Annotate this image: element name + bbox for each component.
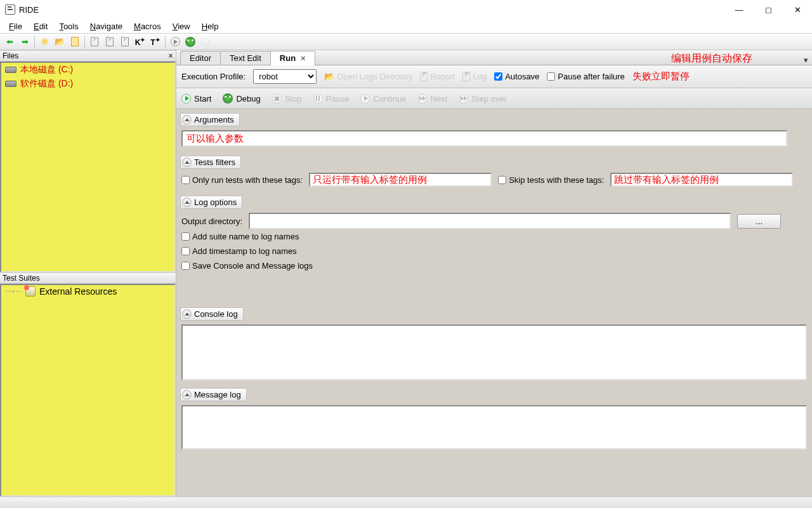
close-button[interactable]: ✕ xyxy=(783,0,812,19)
open-logs-link: 📂Open Logs Directory xyxy=(324,72,412,81)
autosave-annotation: 编辑用例自动保存 xyxy=(671,52,752,65)
menu-view[interactable]: View xyxy=(167,20,195,32)
skip-tags-input[interactable]: 跳过带有输入标签的用例 xyxy=(610,173,793,187)
stop-toolbar-icon xyxy=(199,35,213,49)
tests-filters-body: Only run tests with these tags: 只运行带有输入标… xyxy=(176,171,812,192)
arguments-input[interactable]: 可以输入参数 xyxy=(181,130,787,147)
tab-menu-icon[interactable]: ▾ xyxy=(799,55,812,65)
drive-item[interactable]: 本地磁盘 (C:) xyxy=(1,63,174,77)
menu-macros[interactable]: Macros xyxy=(129,20,166,32)
files-title: Files xyxy=(3,51,18,60)
tab-editor[interactable]: Editor xyxy=(180,51,221,65)
tab-text-edit[interactable]: Text Edit xyxy=(220,51,271,65)
maximize-button[interactable]: ◻ xyxy=(754,0,783,19)
doc1-icon[interactable] xyxy=(88,35,102,49)
log-link: Log xyxy=(462,72,487,81)
output-dir-label: Output directory: xyxy=(181,217,242,226)
continue-button: Continue xyxy=(360,94,406,104)
console-log-header[interactable]: Console log xyxy=(180,307,244,321)
log-icon xyxy=(462,72,470,81)
arguments-body: 可以输入参数 xyxy=(176,129,812,152)
minimize-button[interactable]: ― xyxy=(724,0,754,19)
menu-edit[interactable]: Edit xyxy=(29,20,53,32)
left-pane: Files × 本地磁盘 (C:) 软件磁盘 (D:) Test Suites … xyxy=(0,50,176,497)
files-header: Files × xyxy=(0,50,176,62)
suites-header: Test Suites xyxy=(0,272,176,284)
pause-annotation: 失败立即暂停 xyxy=(632,70,690,83)
add-timestamp-checkbox[interactable]: Add timestamp to log names xyxy=(181,246,297,256)
menu-file[interactable]: File xyxy=(4,20,27,32)
log-options-body: Output directory: ... Add suite name to … xyxy=(176,211,812,278)
keyword-icon[interactable]: K✦ xyxy=(133,35,147,49)
menu-tools[interactable]: Tools xyxy=(54,20,83,32)
message-log-header[interactable]: Message log xyxy=(180,388,247,401)
save-console-checkbox[interactable]: Save Console and Message logs xyxy=(181,261,313,271)
autosave-checkbox[interactable]: Autosave xyxy=(494,72,539,81)
debug-button[interactable]: Debug xyxy=(223,93,260,104)
tab-close-icon[interactable]: × xyxy=(301,53,306,63)
chevron-up-icon xyxy=(182,157,192,167)
window: RIDE ― ◻ ✕ File Edit Tools Navigate Macr… xyxy=(0,0,812,508)
chevron-up-icon xyxy=(182,390,192,399)
pause-button: Pause xyxy=(313,94,350,104)
disk-icon xyxy=(5,81,16,87)
report-link: Report xyxy=(420,72,455,81)
pause-after-failure-checkbox[interactable]: Pause after failure xyxy=(547,72,625,81)
profile-select[interactable]: robot xyxy=(253,69,317,84)
body: Files × 本地磁盘 (C:) 软件磁盘 (D:) Test Suites … xyxy=(0,50,812,497)
run-icon[interactable] xyxy=(168,35,182,49)
chevron-up-icon xyxy=(182,115,192,124)
profile-label: Execution Profile: xyxy=(181,72,246,81)
doc2-icon[interactable] xyxy=(103,35,117,49)
suites-panel: Test Suites External Resources xyxy=(0,272,176,497)
menu-help[interactable]: Help xyxy=(197,20,224,32)
only-run-tags-input[interactable]: 只运行带有输入标签的用例 xyxy=(309,173,492,187)
doc3-icon[interactable] xyxy=(118,35,132,49)
suites-title: Test Suites xyxy=(3,274,40,283)
menubar: File Edit Tools Navigate Macros View Hel… xyxy=(0,19,812,33)
titlebar: RIDE ― ◻ ✕ xyxy=(0,0,812,19)
chevron-up-icon xyxy=(182,197,192,207)
stepover-button: Step over xyxy=(459,94,507,104)
console-log-output[interactable] xyxy=(181,324,807,380)
statusbar xyxy=(0,497,812,508)
app-icon xyxy=(5,4,15,15)
open-icon[interactable]: 📂 xyxy=(53,35,67,49)
run-panel: Execution Profile: robot 📂Open Logs Dire… xyxy=(176,65,812,497)
next-button: Next xyxy=(417,94,447,104)
toolbar: ⬅ ➡ ✷ 📂 K✦ T✦ xyxy=(0,33,812,50)
tests-filters-header[interactable]: Tests filters xyxy=(180,156,241,169)
execution-row: Execution Profile: robot 📂Open Logs Dire… xyxy=(176,65,812,88)
new-icon[interactable]: ✷ xyxy=(37,35,51,49)
menu-navigate[interactable]: Navigate xyxy=(85,20,128,32)
files-panel: Files × 本地磁盘 (C:) 软件磁盘 (D:) xyxy=(0,50,176,272)
files-tree[interactable]: 本地磁盘 (C:) 软件磁盘 (D:) xyxy=(0,62,176,272)
files-close-icon[interactable]: × xyxy=(166,51,176,60)
window-title: RIDE xyxy=(19,5,724,15)
browse-button[interactable]: ... xyxy=(737,214,781,229)
message-log-output[interactable] xyxy=(181,405,807,450)
start-button[interactable]: Start xyxy=(181,94,211,104)
bug-icon xyxy=(223,93,233,104)
disk-icon xyxy=(5,67,16,73)
arguments-header[interactable]: Arguments xyxy=(180,113,240,126)
skip-checkbox[interactable]: Skip tests with these tags: xyxy=(498,175,604,185)
controls-row: Start Debug Stop Pause Continue Next Ste… xyxy=(176,88,812,109)
testcase-icon[interactable]: T✦ xyxy=(148,35,162,49)
suite-item[interactable]: External Resources xyxy=(1,285,174,298)
main-pane: × Editor Text Edit Run× 编辑用例自动保存 ▾ Execu… xyxy=(176,50,812,497)
back-icon[interactable]: ⬅ xyxy=(3,35,16,49)
suites-tree[interactable]: External Resources xyxy=(0,284,176,497)
drive-item[interactable]: 软件磁盘 (D:) xyxy=(1,77,174,91)
tab-row: Editor Text Edit Run× 编辑用例自动保存 ▾ xyxy=(176,50,812,65)
log-options-header[interactable]: Log options xyxy=(180,196,242,209)
output-dir-input[interactable] xyxy=(249,213,731,229)
file-icon[interactable] xyxy=(68,35,82,49)
tab-run[interactable]: Run× xyxy=(270,51,315,65)
debug-icon[interactable] xyxy=(183,35,197,49)
forward-icon[interactable]: ➡ xyxy=(18,35,32,49)
add-suite-checkbox[interactable]: Add suite name to log names xyxy=(181,232,299,241)
resource-icon xyxy=(25,286,36,297)
only-run-checkbox[interactable]: Only run tests with these tags: xyxy=(181,175,303,185)
report-icon xyxy=(420,72,428,81)
